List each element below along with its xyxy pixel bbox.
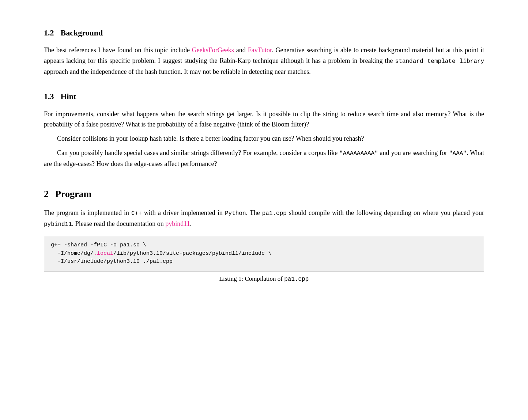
section-background: 1.2 Background The best references I hav… (44, 26, 484, 77)
background-heading: 1.2 Background (44, 26, 484, 39)
program-heading: 2 Program (44, 186, 484, 202)
code-block-compilation: g++ -shared -fPIC -o pa1.so \ -I/home/dg… (44, 236, 484, 272)
inline-code-aaa2: "AAA" (449, 150, 467, 157)
favtutor-link[interactable]: FavTutor (248, 46, 272, 54)
geeksforgeeks-link[interactable]: GeeksForGeeks (192, 46, 234, 54)
inline-cpp: C++ (131, 210, 142, 217)
inline-python: Python (225, 210, 246, 217)
pybind11-link[interactable]: pybind11 (165, 220, 190, 227)
inline-code-aaa1: "AAAAAAAAA" (339, 150, 378, 157)
section-hint: 1.3 Hint For improvements, consider what… (44, 90, 484, 169)
inline-code-stl: standard template library (395, 58, 484, 65)
background-number: 1.2 (44, 26, 54, 39)
inline-pa1cpp: pa1.cpp (262, 210, 287, 217)
section-program: 2 Program The program is implemented in … (44, 186, 484, 284)
program-paragraph: The program is implemented in C++ with a… (44, 208, 484, 229)
hint-paragraph-1: For improvements, consider what happens … (44, 109, 484, 130)
background-title: Background (61, 26, 103, 39)
listing-caption-code: pa1.cpp (284, 276, 309, 283)
hint-paragraph-3: Can you possibly handle special cases an… (44, 148, 484, 169)
hint-title: Hint (61, 90, 76, 103)
listing-caption: Listing 1: Compilation of pa1.cpp (44, 274, 484, 284)
program-title: Program (55, 186, 91, 202)
background-paragraph: The best references I have found on this… (44, 45, 484, 77)
program-number: 2 (44, 186, 49, 202)
hint-paragraph-2: Consider collisions in your lookup hash … (44, 133, 484, 144)
hint-number: 1.3 (44, 90, 54, 103)
hint-heading: 1.3 Hint (44, 90, 484, 103)
inline-pybind11-ref: pybind11 (44, 221, 72, 228)
local-highlight: .local (94, 250, 113, 257)
